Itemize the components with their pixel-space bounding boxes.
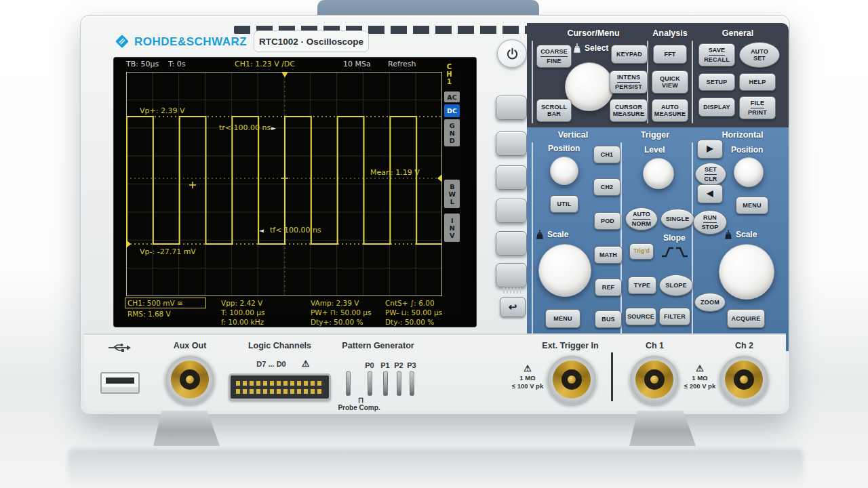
set-clr-button[interactable]: SET CLR bbox=[695, 163, 726, 186]
filter-button[interactable]: FILTER bbox=[659, 308, 690, 325]
ext-impedance-label: 1 MΩ bbox=[510, 374, 545, 382]
waveform-plot bbox=[126, 72, 442, 296]
pod-button[interactable]: POD bbox=[594, 212, 621, 230]
fft-button[interactable]: FFT bbox=[653, 45, 687, 64]
horizontal-position-text: Position bbox=[731, 145, 763, 155]
status-timebase: TB: 50µs bbox=[126, 60, 159, 68]
power-icon bbox=[506, 47, 519, 60]
file-print-button[interactable]: FILE PRINT bbox=[739, 96, 776, 119]
coarse-fine-button[interactable]: COARSE FINE bbox=[536, 45, 572, 68]
arrow-right-button[interactable]: ▶ bbox=[697, 140, 723, 159]
horizontal-scale-knob[interactable] bbox=[719, 244, 774, 300]
select-knob[interactable] bbox=[565, 62, 614, 111]
divider bbox=[532, 142, 533, 344]
quick-view-button[interactable]: QUICK VIEW bbox=[652, 70, 688, 94]
slope-button[interactable]: SLOPE bbox=[659, 274, 693, 296]
vertical-position-text: Position bbox=[548, 144, 580, 153]
vertical-scale-knob[interactable] bbox=[538, 244, 591, 297]
annotation-vp-minus: Vp-: -27.71 mV bbox=[140, 247, 196, 256]
util-button[interactable]: UTIL bbox=[550, 195, 578, 213]
save-recall-button[interactable]: SAVE RECALL bbox=[698, 43, 735, 66]
single-button[interactable]: SINGLE bbox=[660, 209, 694, 229]
select-label: Select bbox=[585, 43, 608, 53]
type-label: TYPE bbox=[634, 282, 650, 289]
auto-set-button[interactable]: AUTO SET bbox=[739, 42, 780, 68]
type-button[interactable]: TYPE bbox=[628, 277, 656, 294]
table-reflection bbox=[68, 449, 804, 488]
setup-label: SETUP bbox=[706, 79, 727, 85]
horizontal-position-knob[interactable] bbox=[734, 157, 764, 187]
ch2-max-voltage-label: ≤ 200 V pk bbox=[682, 382, 717, 390]
softkey-5[interactable] bbox=[496, 231, 527, 256]
photo-background: ROHDE&SCHWARZ RTC1002 · Oscilloscope TB:… bbox=[0, 0, 868, 488]
logic-range-label: D7 ... D0 bbox=[244, 360, 298, 368]
bus-button[interactable]: BUS bbox=[595, 310, 622, 328]
divider bbox=[692, 142, 693, 344]
cursor-measure-label: MEASURE bbox=[613, 110, 644, 117]
run-label: RUN bbox=[703, 214, 717, 222]
display-button[interactable]: DISPLAY bbox=[698, 98, 735, 117]
fine-label: FINE bbox=[547, 58, 561, 64]
setup-button[interactable]: SETUP bbox=[698, 73, 735, 91]
softkey-3[interactable] bbox=[496, 165, 527, 190]
logic-pins-row-2 bbox=[236, 389, 323, 394]
horizontal-menu-button[interactable]: MENU bbox=[736, 197, 768, 214]
help-button[interactable]: HELP bbox=[739, 73, 776, 91]
vertical-position-knob[interactable] bbox=[550, 157, 578, 185]
help-label: HELP bbox=[749, 79, 766, 85]
auto-set-auto-label: AUTO bbox=[751, 48, 768, 55]
section-title-horizontal: Horizontal bbox=[705, 130, 780, 140]
run-stop-button[interactable]: RUN STOP bbox=[693, 210, 727, 235]
side-menu-channel: CH1 bbox=[446, 63, 452, 85]
softkey-2[interactable] bbox=[496, 131, 527, 156]
right-foot bbox=[627, 411, 696, 446]
annotation-vp-plus: Vp+: 2.39 V bbox=[140, 106, 184, 115]
ch1-connector-label: Ch 1 bbox=[629, 341, 680, 350]
filter-label: FILTER bbox=[664, 313, 686, 320]
trigger-level-knob[interactable] bbox=[643, 158, 674, 189]
set-label: SET bbox=[705, 166, 717, 174]
status-acq-mode: Refresh bbox=[388, 60, 416, 68]
section-title-analysis: Analysis bbox=[648, 28, 692, 38]
math-label: MATH bbox=[599, 251, 617, 258]
left-foot bbox=[151, 411, 220, 446]
util-label: UTIL bbox=[557, 201, 572, 207]
ch2-button[interactable]: CH2 bbox=[593, 178, 620, 196]
ch1-button[interactable]: CH1 bbox=[593, 146, 620, 163]
power-button[interactable] bbox=[497, 39, 527, 68]
ref-button[interactable]: REF bbox=[595, 279, 622, 296]
logic-pins-row-1 bbox=[236, 381, 323, 386]
keypad-button[interactable]: KEYPAD bbox=[611, 45, 648, 64]
arrow-left-button[interactable]: ◀ bbox=[697, 184, 723, 203]
back-button[interactable]: ↩ bbox=[500, 297, 526, 317]
cursor-measure-button[interactable]: CURSOR MEASURE bbox=[610, 99, 648, 122]
intens-persist-button[interactable]: INTENS PERSIST bbox=[610, 70, 648, 94]
zoom-button[interactable]: ZOOM bbox=[694, 293, 726, 312]
bnc-center-pin bbox=[740, 375, 748, 384]
usb-port bbox=[100, 372, 140, 394]
brand-name: ROHDE&SCHWARZ bbox=[134, 35, 247, 49]
annotation-rise-time: tr< 100.00 ns bbox=[219, 123, 271, 132]
select-knob-label: Select bbox=[573, 43, 608, 53]
meas-freq: f: 10.00 kHz bbox=[221, 318, 264, 326]
ext-max-voltage-label: ≤ 100 V pk bbox=[510, 382, 545, 390]
aux-out-bnc bbox=[165, 354, 215, 405]
auto-norm-button[interactable]: AUTO NORM bbox=[625, 207, 658, 230]
vertical-menu-button[interactable]: MENU bbox=[545, 309, 580, 328]
softkey-6[interactable] bbox=[496, 263, 527, 287]
inv-label: INV bbox=[449, 217, 456, 239]
softkey-1[interactable] bbox=[496, 96, 527, 120]
source-button[interactable]: SOURCE bbox=[625, 308, 656, 325]
print-label: PRINT bbox=[748, 109, 767, 116]
ext-trigger-warning: ⚠ 1 MΩ ≤ 100 V pk bbox=[510, 363, 545, 390]
auto-measure-button[interactable]: AUTO MEASURE bbox=[652, 99, 688, 122]
acquire-button[interactable]: ACQUIRE bbox=[727, 309, 765, 328]
scroll-bar-button[interactable]: SCROLL BAR bbox=[536, 99, 572, 122]
bar-label: BAR bbox=[547, 110, 561, 117]
meas-cnts: CntS+ ∫: 6.00 bbox=[385, 299, 435, 307]
softkey-4[interactable] bbox=[496, 199, 527, 223]
pin-label-p3: P3 bbox=[406, 361, 418, 369]
meas-ch-scale: CH1: 500 mV ≅ bbox=[127, 299, 183, 307]
section-title-vertical: Vertical bbox=[539, 130, 607, 140]
math-button[interactable]: MATH bbox=[594, 246, 623, 264]
